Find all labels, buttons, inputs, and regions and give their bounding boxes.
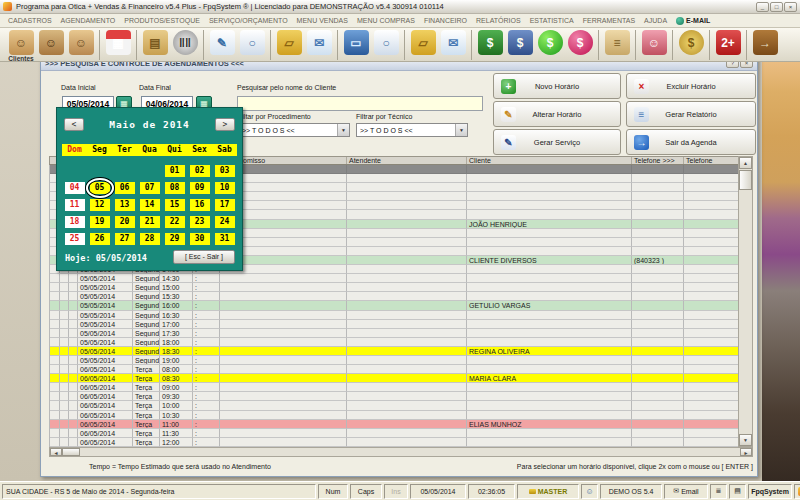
- calendar-day[interactable]: 22: [162, 213, 187, 230]
- calendar-day[interactable]: 26: [87, 230, 112, 247]
- report-scroll-button[interactable]: ≡: [602, 30, 632, 55]
- schedule-row[interactable]: 06/05/2014Terça10:30:: [49, 411, 738, 420]
- minimize-button[interactable]: _: [756, 2, 769, 12]
- schedule-row[interactable]: 06/05/2014Terça09:00:: [49, 383, 738, 392]
- menu-item-ajuda[interactable]: AJUDA: [644, 17, 667, 24]
- coin-button[interactable]: $: [676, 30, 706, 55]
- calendar-day[interactable]: 30: [187, 230, 212, 247]
- calendar-day[interactable]: 18: [62, 213, 87, 230]
- calendar-day[interactable]: 28: [137, 230, 162, 247]
- scroll-up-icon[interactable]: ▲: [739, 157, 752, 169]
- calendar-day[interactable]: 11: [62, 196, 87, 213]
- users-group-button[interactable]: ☺: [36, 30, 66, 55]
- menu-item-ferramentas[interactable]: FERRAMENTAS: [583, 17, 635, 24]
- calendar-day[interactable]: 25: [62, 230, 87, 247]
- scroll-left-icon[interactable]: ◄: [50, 448, 62, 456]
- menu-item-cadastros[interactable]: CADASTROS: [8, 17, 52, 24]
- schedule-row[interactable]: 05/05/2014Segunda16:00:GETULIO VARGAS: [49, 301, 738, 310]
- schedule-row[interactable]: 06/05/2014Terça12:00:: [49, 438, 738, 447]
- mail-open-button[interactable]: ✉: [304, 30, 334, 55]
- calendar-next-button[interactable]: >: [215, 118, 235, 131]
- calendar-day[interactable]: 21: [137, 213, 162, 230]
- schedule-row[interactable]: 05/05/2014Segunda15:30:: [49, 292, 738, 301]
- calendar-day[interactable]: 20: [112, 213, 137, 230]
- calendar-day[interactable]: 03: [212, 162, 237, 179]
- clients-button[interactable]: ☺Clientes: [6, 30, 36, 62]
- calendar-day[interactable]: 04: [62, 179, 87, 196]
- column-header[interactable]: Cliente: [467, 157, 632, 164]
- cash-calc-button[interactable]: $: [505, 30, 535, 55]
- products-button[interactable]: ▤: [140, 30, 170, 55]
- vertical-scrollbar[interactable]: ▲ ▼: [738, 156, 753, 447]
- calendar-day[interactable]: 07: [137, 179, 162, 196]
- calendar-day[interactable]: 27: [112, 230, 137, 247]
- column-header[interactable]: Telefone: [684, 157, 739, 164]
- restore-button[interactable]: □: [770, 2, 783, 12]
- excluir-horario-button[interactable]: ×Excluir Horário: [626, 73, 756, 99]
- schedule-row[interactable]: 05/05/2014Segunda18:30:REGINA OLIVEIRA: [49, 347, 738, 356]
- alterar-horario-button[interactable]: ✎Alterar Horário: [493, 101, 621, 127]
- calendar-day[interactable]: 24: [212, 213, 237, 230]
- barcode-button[interactable]: ‖‖: [170, 30, 200, 55]
- money-coins-button[interactable]: $: [475, 30, 505, 55]
- menu-item-menu-vendas[interactable]: MENU VENDAS: [297, 17, 348, 24]
- gerar-relatorio-button[interactable]: ≡Gerar Relatório: [626, 101, 756, 127]
- monitor-button[interactable]: ▭: [341, 30, 371, 55]
- exit-door-button[interactable]: →: [750, 30, 780, 55]
- menu-item-financeiro[interactable]: FINANCEIRO: [424, 17, 467, 24]
- status-email-button[interactable]: ✉ Email: [664, 484, 708, 499]
- staff-button[interactable]: ☺: [66, 30, 96, 55]
- search-input[interactable]: [237, 96, 483, 111]
- calendar-day[interactable]: 09: [187, 179, 212, 196]
- filter-procedimento-select[interactable]: >> T O D O S << ▼: [238, 123, 350, 137]
- budget-search-button[interactable]: ○: [237, 30, 267, 55]
- column-header[interactable]: Telefone >>>: [632, 157, 684, 164]
- calendar-button[interactable]: ▦: [103, 30, 133, 55]
- schedule-row[interactable]: 05/05/2014Segunda16:30:: [49, 311, 738, 320]
- calendar-day[interactable]: 10: [212, 179, 237, 196]
- mail-send-button[interactable]: ✉: [438, 30, 468, 55]
- menu-item-e-mail[interactable]: E-MAIL: [676, 17, 710, 25]
- gerar-servico-button[interactable]: ✎Gerar Serviço: [493, 129, 621, 155]
- schedule-row[interactable]: 06/05/2014Terça09:30:: [49, 392, 738, 401]
- status-printer-button[interactable]: ≣: [710, 484, 727, 499]
- schedule-row[interactable]: 05/05/2014Segunda19:00:: [49, 356, 738, 365]
- calendar-day[interactable]: 19: [87, 213, 112, 230]
- chevron-down-icon[interactable]: ▼: [337, 124, 349, 136]
- schedule-row[interactable]: 05/05/2014Segunda17:00:: [49, 320, 738, 329]
- calendar-day[interactable]: 17: [212, 196, 237, 213]
- menu-item-agendamento[interactable]: AGENDAMENTO: [61, 17, 116, 24]
- chevron-down-icon[interactable]: ▼: [455, 124, 467, 136]
- calendar-day[interactable]: 12: [87, 196, 112, 213]
- calendar-day[interactable]: 05: [87, 179, 112, 196]
- calendar-day[interactable]: 01: [162, 162, 187, 179]
- scroll-right-icon[interactable]: ►: [740, 448, 752, 456]
- doc-search-button[interactable]: ○: [371, 30, 401, 55]
- calendar-day[interactable]: 31: [212, 230, 237, 247]
- novo-horario-button[interactable]: +Novo Horário: [493, 73, 621, 99]
- horizontal-scroll-thumb[interactable]: [62, 448, 80, 456]
- schedule-row[interactable]: 05/05/2014Segunda18:00:: [49, 338, 738, 347]
- sair-agenda-button[interactable]: →Sair da Agenda: [626, 129, 756, 155]
- column-header[interactable]: Atendente: [347, 157, 467, 164]
- menu-item-servi-o-or-amento[interactable]: SERVIÇO/ORÇAMENTO: [209, 17, 288, 24]
- schedule-row[interactable]: 06/05/2014Terça10:00:: [49, 401, 738, 410]
- schedule-row[interactable]: 06/05/2014Terça08:30:MARIA CLARA: [49, 374, 738, 383]
- calendar-day[interactable]: 29: [162, 230, 187, 247]
- schedule-row[interactable]: 06/05/2014Terça11:30:: [49, 429, 738, 438]
- close-button[interactable]: ×: [784, 2, 797, 12]
- menu-item-produtos-estoque[interactable]: PRODUTOS/ESTOQUE: [124, 17, 200, 24]
- calendar-day[interactable]: 02: [187, 162, 212, 179]
- calendar-day[interactable]: 23: [187, 213, 212, 230]
- calendar-day[interactable]: 13: [112, 196, 137, 213]
- status-network-button[interactable]: ▤: [729, 484, 746, 499]
- calendar-day[interactable]: 16: [187, 196, 212, 213]
- schedule-row[interactable]: 05/05/2014Segunda15:00:: [49, 283, 738, 292]
- folder-files-button[interactable]: ▱: [408, 30, 438, 55]
- horizontal-scrollbar[interactable]: ◄ ►: [49, 447, 753, 457]
- pay-money-button[interactable]: $: [565, 30, 595, 55]
- add-plus2-button[interactable]: 2+: [713, 30, 743, 55]
- schedule-row[interactable]: 05/05/2014Segunda17:30:: [49, 329, 738, 338]
- menu-item-relat-rios[interactable]: RELATÓRIOS: [476, 17, 521, 24]
- service-order-button[interactable]: ✎: [207, 30, 237, 55]
